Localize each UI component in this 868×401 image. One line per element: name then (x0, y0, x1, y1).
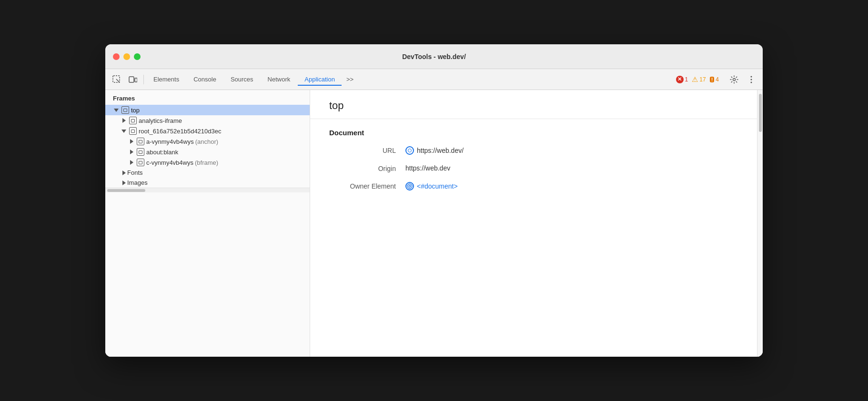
sidebar-item-fonts[interactable]: Fonts (105, 168, 310, 178)
toggle-analytics[interactable] (121, 117, 127, 124)
frame-icon-anchor (137, 138, 144, 145)
maximize-button[interactable] (134, 53, 141, 60)
warning-count: 17 (699, 76, 706, 83)
svg-point-3 (733, 78, 736, 80)
frame-icon-analytics (129, 117, 137, 124)
sidebar-item-top[interactable]: top (105, 105, 310, 115)
document-section-title: Document (329, 129, 738, 137)
error-badge[interactable]: ✕ 1 (676, 76, 688, 83)
title-bar: DevTools - web.dev/ (105, 44, 763, 69)
owner-element-row: Owner Element <#document> (329, 182, 738, 190)
settings-icon[interactable] (727, 72, 742, 87)
svg-point-6 (751, 81, 752, 83)
url-label: URL (329, 146, 405, 154)
sidebar-section-title: Frames (105, 90, 310, 105)
error-icon: ✕ (676, 76, 684, 83)
toggle-root[interactable] (121, 128, 127, 134)
blank-label: about:blank (146, 149, 178, 156)
tab-network[interactable]: Network (261, 73, 297, 86)
tab-bar: Elements Console Sources Network Applica… (147, 73, 675, 86)
frame-icon-root (129, 127, 137, 135)
owner-element-value: <#document> (405, 182, 458, 190)
tab-more-button[interactable]: >> (343, 74, 357, 85)
warning-icon: ⚠ (692, 75, 698, 84)
devtools-body: Elements Console Sources Network Applica… (105, 69, 763, 357)
toggle-fonts[interactable] (121, 170, 127, 176)
toolbar-divider-1 (143, 75, 144, 84)
top-label: top (131, 107, 140, 114)
devtools-window: DevTools - web.dev/ Elements Console (105, 44, 763, 357)
window-controls (113, 53, 141, 60)
frame-icon-top (121, 106, 129, 114)
tab-elements[interactable]: Elements (147, 73, 186, 86)
sidebar: Frames top analytic (105, 90, 310, 357)
sidebar-item-blank[interactable]: about:blank (105, 147, 310, 157)
scrollbar-thumb-v[interactable] (759, 94, 762, 132)
info-icon: ! (710, 77, 715, 82)
toggle-top[interactable] (113, 107, 120, 113)
owner-element-label: Owner Element (329, 182, 405, 190)
analytics-iframe-label: analytics-iframe (139, 117, 182, 124)
warning-badge[interactable]: ⚠ 17 (692, 75, 706, 84)
close-button[interactable] (113, 53, 120, 60)
error-count: 1 (685, 76, 688, 83)
horizontal-scrollbar[interactable] (105, 188, 310, 192)
origin-value: https://web.dev (405, 164, 450, 172)
origin-row: Origin https://web.dev (329, 164, 738, 172)
detail-panel: top Document URL https://web.dev/ Origin (310, 90, 757, 357)
info-count: 4 (716, 76, 719, 83)
svg-point-8 (409, 185, 411, 187)
origin-text: https://web.dev (405, 164, 450, 172)
main-content: Frames top analytic (105, 90, 763, 357)
more-options-icon[interactable] (744, 72, 759, 87)
svg-point-5 (751, 79, 752, 80)
toggle-bframe[interactable] (128, 159, 135, 166)
url-row: URL https://web.dev/ (329, 146, 738, 155)
frame-icon-bframe (137, 159, 144, 166)
detail-header: top (310, 90, 757, 119)
device-toggle-icon[interactable] (125, 72, 141, 87)
toggle-blank[interactable] (128, 149, 135, 155)
sidebar-item-root[interactable]: root_616a752e1b5d4210d3ec (105, 126, 310, 136)
toggle-anchor[interactable] (128, 138, 135, 145)
tab-console[interactable]: Console (187, 73, 223, 86)
root-label: root_616a752e1b5d4210d3ec (139, 128, 222, 135)
sidebar-item-bframe[interactable]: c-vynmy4vb4wys(bframe) (105, 157, 310, 168)
fonts-label: Fonts (127, 169, 143, 176)
window-title: DevTools - web.dev/ (402, 53, 466, 60)
toolbar: Elements Console Sources Network Applica… (105, 69, 763, 90)
url-value: https://web.dev/ (405, 146, 464, 155)
frame-icon-blank (137, 148, 144, 156)
svg-rect-2 (135, 78, 137, 82)
origin-label: Origin (329, 164, 405, 172)
tab-sources[interactable]: Sources (224, 73, 260, 86)
bframe-label: c-vynmy4vb4wys(bframe) (146, 159, 218, 166)
sidebar-item-images[interactable]: Images (105, 178, 310, 188)
sidebar-item-analytics-iframe[interactable]: analytics-iframe (105, 115, 310, 126)
svg-rect-1 (129, 77, 134, 82)
url-text: https://web.dev/ (417, 147, 464, 154)
detail-scrollbar[interactable] (757, 90, 763, 357)
tab-application[interactable]: Application (298, 73, 342, 86)
inspect-icon[interactable] (109, 72, 124, 87)
minimize-button[interactable] (123, 53, 130, 60)
toggle-images[interactable] (121, 180, 127, 186)
doc-icon (405, 182, 414, 190)
scrollbar-thumb-h[interactable] (107, 189, 145, 192)
svg-point-7 (407, 184, 412, 189)
sidebar-item-anchor[interactable]: a-vynmy4vb4wys(anchor) (105, 136, 310, 147)
owner-element-link[interactable]: <#document> (417, 182, 458, 190)
svg-point-4 (751, 76, 752, 77)
images-label: Images (127, 179, 148, 186)
info-badge[interactable]: ! 4 (710, 76, 719, 83)
toolbar-right: ✕ 1 ⚠ 17 ! 4 (676, 72, 759, 87)
detail-section-document: Document URL https://web.dev/ Origin htt… (310, 119, 757, 210)
url-globe-icon (405, 146, 414, 155)
anchor-label: a-vynmy4vb4wys(anchor) (146, 138, 218, 145)
